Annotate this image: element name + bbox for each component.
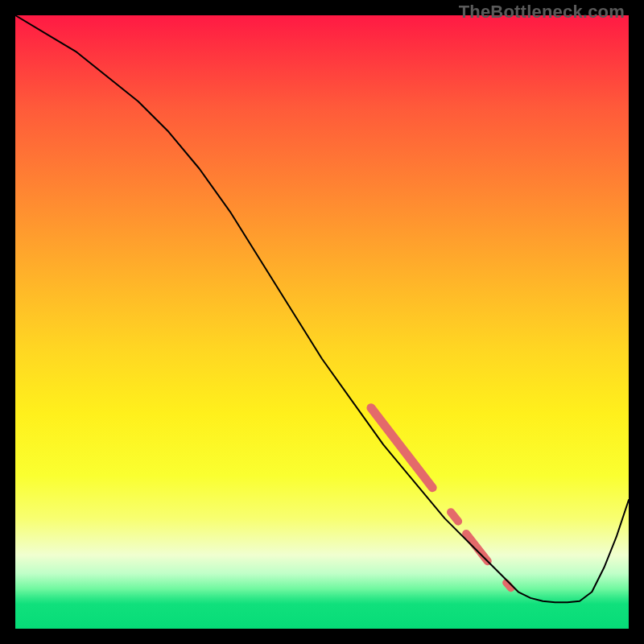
main-curve (15, 15, 629, 602)
highlight-segment (371, 408, 432, 488)
chart-svg (15, 15, 629, 629)
highlight-layer (371, 408, 511, 588)
highlight-segment (451, 512, 458, 521)
